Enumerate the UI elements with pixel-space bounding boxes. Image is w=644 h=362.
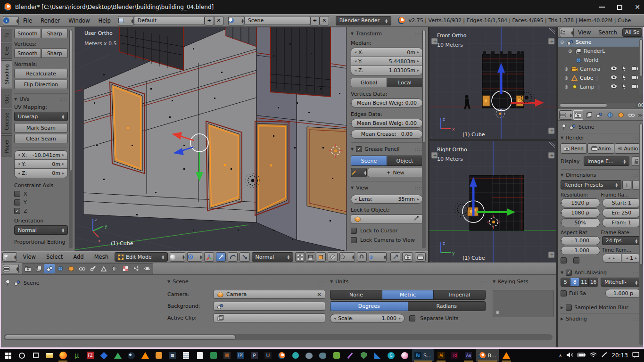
tab-scene[interactable] (594, 110, 604, 120)
outliner-item-cube[interactable]: ⊕ Cube | (558, 74, 644, 82)
frame-start-field[interactable]: ◂Start: 1▸ (602, 198, 642, 207)
expand-icon[interactable]: ⊕ (564, 84, 570, 90)
clock[interactable]: 20:13 (611, 352, 628, 359)
right-building[interactable] (470, 175, 524, 230)
ruler-app-icon[interactable] (371, 349, 384, 362)
defender-shield-icon[interactable] (357, 349, 370, 362)
tab-render[interactable] (23, 264, 33, 273)
motion-blur-checkbox[interactable] (566, 304, 572, 311)
front-building[interactable] (482, 51, 524, 108)
tab-constraints[interactable] (77, 264, 87, 273)
menu-view[interactable]: View (19, 254, 40, 260)
renderability-camera-icon[interactable] (632, 75, 638, 81)
affinity-icon[interactable] (344, 349, 356, 362)
tab-options[interactable]: Opti (0, 90, 12, 107)
outliner-item-lamp[interactable]: ⊕ Lamp | (558, 82, 644, 91)
viewport-right-ortho[interactable]: z y + + + Right Ortho 10 Meters (1) Cube (428, 139, 556, 263)
y-field[interactable]: ◂Y:0m▸ (15, 160, 67, 169)
breadcrumb-label[interactable]: Scene (24, 280, 40, 286)
editor-type-info-button[interactable]: i▲▼ (3, 16, 19, 25)
lens-field[interactable]: ◂Lens:35mm▸ (351, 195, 423, 204)
outliner-item-camera[interactable]: ⊕ Camera (558, 65, 644, 74)
grease-pencil-checkbox[interactable]: ✓ (356, 146, 362, 152)
tab-texture[interactable] (120, 264, 131, 273)
render-audio-button[interactable]: Audio (615, 143, 641, 154)
dropbox-icon[interactable] (98, 349, 110, 362)
translate-manipulator-button[interactable] (216, 252, 226, 262)
edge-select-button[interactable] (305, 252, 315, 262)
outliner-menu-search[interactable]: Search (595, 29, 620, 36)
menu-file[interactable]: File (19, 17, 36, 24)
viewport-3d-canvas[interactable]: z y x User Ortho Meters x 0.5 (1) Cube (75, 27, 347, 251)
aa-samples-16[interactable]: 16 (589, 278, 598, 286)
menu-render[interactable]: Render (36, 17, 64, 24)
p-app-icon[interactable]: P (248, 349, 261, 362)
flip-direction-button[interactable]: Flip Direction (14, 80, 68, 89)
opengl-render-anim-button[interactable] (415, 252, 426, 262)
expand-icon[interactable]: ⊕ (564, 75, 570, 81)
anti-aliasing-checkbox[interactable]: ✓ (566, 270, 572, 276)
vlc-icon[interactable] (139, 349, 151, 362)
illustrator-icon[interactable]: Ai (435, 349, 447, 362)
render-panel-header[interactable]: ▼Render:::: (561, 133, 641, 142)
tab-paper[interactable]: Paper (0, 135, 12, 157)
tab-object[interactable] (616, 110, 626, 120)
outliner-menu-view[interactable]: View (575, 29, 594, 36)
selectability-cursor-icon[interactable] (622, 74, 627, 82)
selectability-cursor-icon[interactable] (622, 66, 627, 73)
sketchup-icon[interactable] (330, 349, 343, 362)
green-app-icon[interactable] (207, 349, 220, 362)
edges-mean-bevel-field[interactable]: ◂Mean Bevel Weig:0.00▸ (351, 119, 423, 128)
median-x-field[interactable]: ◂X:0m▸ (351, 48, 422, 57)
x-field[interactable]: ◂X:-10.041cm▸ (15, 151, 67, 160)
tab-world[interactable] (605, 110, 615, 120)
n-panel-scrollbar[interactable] (422, 30, 426, 248)
notepad-icon[interactable] (180, 349, 192, 362)
delete-layout-button[interactable]: ✕ (214, 16, 223, 25)
blender-app-icon[interactable] (275, 349, 288, 362)
tab-scene-active[interactable] (44, 264, 55, 273)
editor-type-properties-button[interactable]: ▲▼ (559, 110, 572, 120)
document-icon[interactable] (193, 349, 206, 362)
tab-world[interactable] (55, 264, 66, 273)
teal-app-icon[interactable] (289, 349, 302, 362)
tab-constraints[interactable] (627, 110, 636, 120)
aspect-y-field[interactable]: ◂: 1.000▸ (561, 246, 600, 255)
menu-add[interactable]: Add (69, 254, 88, 260)
camera-field[interactable]: Camera ✕ (214, 290, 325, 299)
steam-icon[interactable] (125, 349, 138, 362)
mean-crease-field[interactable]: ◂Mean Crease:0.00▸ (351, 130, 423, 139)
menu-mesh[interactable]: Mesh (90, 254, 113, 260)
editor-type-outliner-button[interactable]: ▲▼ (560, 28, 574, 37)
security-app-icon[interactable] (152, 349, 165, 362)
face-select-button[interactable] (316, 252, 326, 262)
viewport-3d[interactable]: z y x User Ortho Meters x 0.5 (1) Cube (75, 27, 347, 251)
close-button[interactable]: ✕ (635, 3, 640, 11)
snap-element-select[interactable]: ⊕▲▼ (369, 252, 387, 262)
cinema4d-icon[interactable]: C (385, 349, 397, 362)
tab-physics[interactable] (142, 264, 152, 273)
pin-icon[interactable] (5, 280, 11, 286)
sharp-vertices-button[interactable]: Sharp (41, 49, 68, 58)
visibility-eye-icon[interactable] (611, 84, 617, 90)
breadcrumb-label[interactable]: Scene (578, 124, 594, 130)
menu-help[interactable]: Help (94, 17, 115, 24)
action-center-icon[interactable] (632, 352, 639, 359)
editor-type-properties-button[interactable]: ▲▼ (3, 264, 19, 273)
constraint-x-row[interactable]: X (14, 191, 68, 197)
add-scene-button[interactable]: + (310, 16, 320, 25)
volume-icon[interactable] (566, 352, 573, 359)
google-drive-icon[interactable] (111, 349, 124, 362)
selectability-cursor-icon[interactable] (622, 83, 627, 90)
snap-toggle-button[interactable] (357, 252, 367, 262)
render-animation-button[interactable]: Anim (587, 143, 614, 154)
tab-particles[interactable] (131, 264, 141, 273)
outliner-filter-select[interactable]: All Sc (622, 28, 642, 37)
separate-units-checkbox[interactable] (409, 315, 415, 321)
delete-scene-button[interactable]: ✕ (320, 16, 329, 25)
expand-icon[interactable]: ⊕ (568, 49, 574, 54)
collapse-icon[interactable]: ⊖ (560, 40, 566, 45)
gimp-icon[interactable] (303, 349, 315, 362)
filezilla-icon[interactable]: FZ (84, 349, 97, 362)
tab-grease[interactable]: Grease (0, 109, 12, 134)
